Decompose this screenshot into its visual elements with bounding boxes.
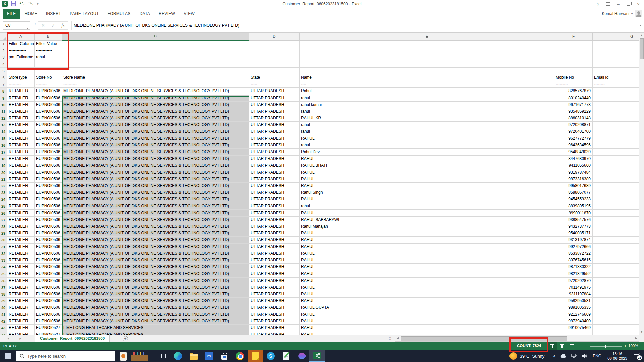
cell-D44[interactable]: UTTAR PRADESH bbox=[249, 331, 300, 335]
cell-G31[interactable] bbox=[593, 244, 639, 250]
cell-C29[interactable]: MEDIZONE PHARMACY (A UNIT OF DKS ONLINE … bbox=[62, 230, 249, 237]
cell-E8[interactable]: Rahul bbox=[300, 88, 554, 95]
cell-D16[interactable]: UTTAR PRADESH bbox=[249, 142, 300, 149]
cell-D10[interactable]: UTTAR PRADESH bbox=[249, 102, 300, 108]
cell-E30[interactable]: RAHUL bbox=[300, 237, 554, 243]
cell-F43[interactable]: 9910075469 bbox=[554, 325, 593, 331]
normal-view-button[interactable] bbox=[547, 342, 557, 350]
cell-A10[interactable]: RETAILER bbox=[7, 102, 35, 108]
cell-G1[interactable] bbox=[593, 41, 639, 47]
cell-C26[interactable]: MEDIZONE PHARMACY (A UNIT OF DKS ONLINE … bbox=[62, 210, 249, 217]
cell-C27[interactable]: MEDIZONE PHARMACY (A UNIT OF DKS ONLINE … bbox=[62, 217, 249, 223]
cell-B34[interactable]: EUPNOI0506 bbox=[35, 264, 62, 270]
cell-D7[interactable]: ----- bbox=[249, 81, 300, 88]
cell-G44[interactable] bbox=[593, 331, 639, 335]
cell-E26[interactable]: RAHUL bbox=[300, 210, 554, 217]
cell-G33[interactable] bbox=[593, 257, 639, 264]
scroll-left-icon[interactable]: ◀ bbox=[397, 337, 399, 340]
zoom-slider[interactable] bbox=[590, 346, 622, 347]
cell-B27[interactable]: EUPNOI0506 bbox=[35, 217, 62, 223]
cell-F12[interactable]: 8860310148 bbox=[554, 115, 593, 122]
cell-D11[interactable]: UTTAR PRADESH bbox=[249, 108, 300, 115]
cell-G36[interactable] bbox=[593, 278, 639, 284]
cell-G38[interactable] bbox=[593, 291, 639, 298]
row-header-23[interactable]: 23 bbox=[0, 189, 7, 196]
zoom-out-button[interactable]: − bbox=[584, 344, 587, 349]
row-header-9[interactable]: 9 bbox=[0, 95, 7, 102]
row-header-38[interactable]: 38 bbox=[0, 291, 7, 298]
cell-D13[interactable]: UTTAR PRADESH bbox=[249, 122, 300, 128]
enter-icon[interactable]: ✓ bbox=[51, 23, 55, 28]
expand-formula-bar-icon[interactable]: ▾ bbox=[640, 24, 641, 27]
cell-D18[interactable]: UTTAR PRADESH bbox=[249, 156, 300, 162]
cell-C31[interactable]: MEDIZONE PHARMACY (A UNIT OF DKS ONLINE … bbox=[62, 244, 249, 250]
cell-C15[interactable]: MEDIZONE PHARMACY (A UNIT OF DKS ONLINE … bbox=[62, 135, 249, 142]
cell-G3[interactable] bbox=[593, 54, 639, 61]
cell-F14[interactable]: 9720401700 bbox=[554, 128, 593, 135]
cell-D1[interactable] bbox=[249, 41, 300, 47]
row-header-40[interactable]: 40 bbox=[0, 304, 7, 311]
cell-D5[interactable] bbox=[249, 68, 300, 74]
row-header-25[interactable]: 25 bbox=[0, 203, 7, 210]
page-break-view-button[interactable] bbox=[567, 342, 577, 350]
formula-input[interactable]: MEDIZONE PHARMACY (A UNIT OF DKS ONLINE … bbox=[71, 21, 634, 30]
cell-B40[interactable]: EUPNOI0506 bbox=[35, 304, 62, 311]
cell-D37[interactable]: UTTAR PRADESH bbox=[249, 284, 300, 291]
cell-E2[interactable] bbox=[300, 47, 554, 54]
cell-D17[interactable]: UTTAR PRADESH bbox=[249, 149, 300, 156]
cell-B28[interactable]: EUPNOI0506 bbox=[35, 223, 62, 230]
cell-A31[interactable]: RETAILER bbox=[7, 244, 35, 250]
cell-D12[interactable]: UTTAR PRADESH bbox=[249, 115, 300, 122]
row-header-6[interactable]: 6 bbox=[0, 74, 7, 81]
row-header-35[interactable]: 35 bbox=[0, 270, 7, 277]
help-button[interactable]: ? bbox=[593, 1, 603, 8]
cell-C39[interactable]: MEDIZONE PHARMACY (A UNIT OF DKS ONLINE … bbox=[62, 298, 249, 304]
cell-E12[interactable]: RAHUL KR bbox=[300, 115, 554, 122]
cell-B38[interactable]: EUPNOI0506 bbox=[35, 291, 62, 298]
weather-widget[interactable]: 39°C Sunny bbox=[509, 352, 544, 360]
column-header-C[interactable]: C bbox=[62, 33, 249, 41]
cell-B7[interactable]: -------- bbox=[35, 81, 62, 88]
cell-F6[interactable]: Mobile No bbox=[554, 74, 593, 81]
cell-A33[interactable]: RETAILER bbox=[7, 257, 35, 264]
cell-B21[interactable]: EUPNOI0506 bbox=[35, 176, 62, 183]
tab-data[interactable]: DATA bbox=[135, 9, 154, 19]
cell-A37[interactable]: RETAILER bbox=[7, 284, 35, 291]
notification-center-icon[interactable]: 21 bbox=[633, 353, 640, 359]
cell-G43[interactable] bbox=[593, 325, 639, 331]
cell-E27[interactable]: RAHUL SABBARAWL bbox=[300, 217, 554, 223]
row-header-5[interactable]: 5 bbox=[0, 68, 7, 74]
cell-F29[interactable]: 9540085171 bbox=[554, 230, 593, 237]
row-header-19[interactable]: 19 bbox=[0, 162, 7, 169]
row-header-2[interactable]: 2 bbox=[0, 47, 7, 54]
row-header-33[interactable]: 33 bbox=[0, 257, 7, 264]
row-header-37[interactable]: 37 bbox=[0, 284, 7, 291]
cell-D19[interactable]: UTTAR PRADESH bbox=[249, 162, 300, 169]
cell-A25[interactable]: RETAILER bbox=[7, 203, 35, 210]
scrollbar-grip[interactable]: ⁞⁞ bbox=[389, 337, 391, 340]
cell-C32[interactable]: MEDIZONE PHARMACY (A UNIT OF DKS ONLINE … bbox=[62, 250, 249, 257]
cell-E43[interactable]: RAHUL bbox=[300, 325, 554, 331]
cell-F28[interactable]: 9432737773 bbox=[554, 223, 593, 230]
cell-F9[interactable]: 8010240440 bbox=[554, 95, 593, 102]
taskbar-file-explorer-icon[interactable] bbox=[186, 350, 201, 362]
cell-E17[interactable]: Rahul Dev bbox=[300, 149, 554, 156]
cell-C16[interactable]: MEDIZONE PHARMACY (A UNIT OF DKS ONLINE … bbox=[62, 142, 249, 149]
insert-function-icon[interactable]: fx bbox=[61, 23, 65, 28]
cell-G34[interactable] bbox=[593, 264, 639, 270]
cell-G42[interactable] bbox=[593, 318, 639, 325]
cell-C22[interactable]: MEDIZONE PHARMACY (A UNIT OF DKS ONLINE … bbox=[62, 183, 249, 189]
cell-E44[interactable]: RAHUL bbox=[300, 331, 554, 335]
cell-C40[interactable]: MEDIZONE PHARMACY (A UNIT OF DKS ONLINE … bbox=[62, 304, 249, 311]
cell-C25[interactable]: MEDIZONE PHARMACY (A UNIT OF DKS ONLINE … bbox=[62, 203, 249, 210]
cell-D43[interactable]: UTTAR PRADESH bbox=[249, 325, 300, 331]
cell-G40[interactable] bbox=[593, 304, 639, 311]
cell-A17[interactable]: RETAILER bbox=[7, 149, 35, 156]
network-icon[interactable] bbox=[571, 354, 577, 358]
cell-E21[interactable]: RAHUL bbox=[300, 176, 554, 183]
row-header-15[interactable]: 15 bbox=[0, 135, 7, 142]
cell-G28[interactable] bbox=[593, 223, 639, 230]
cell-F27[interactable]: 9388547576 bbox=[554, 217, 593, 223]
cell-A14[interactable]: RETAILER bbox=[7, 128, 35, 135]
row-header-28[interactable]: 28 bbox=[0, 223, 7, 230]
